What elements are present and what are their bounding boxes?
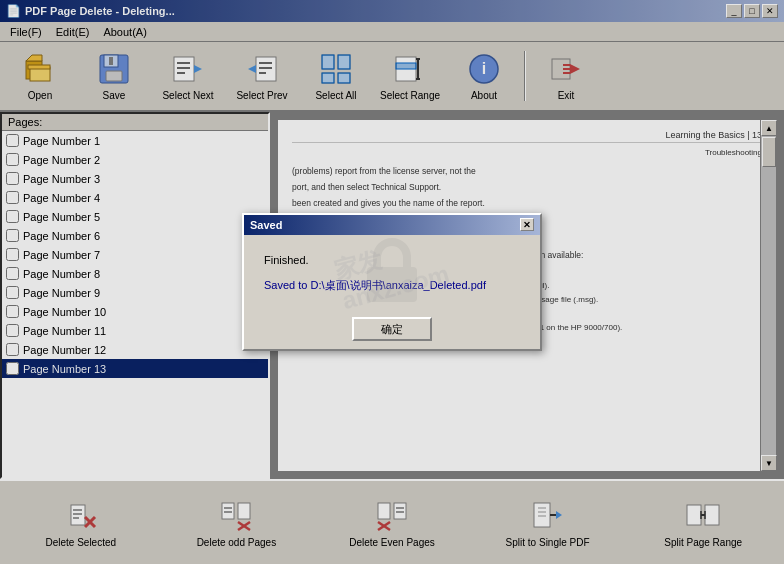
modal-message-line2: Saved to D:\桌面\说明书\anxaiza_Deleted.pdf	[264, 278, 520, 293]
modal-message-line1: Finished.	[264, 251, 520, 271]
watermark-container: 家发 anxz.com	[244, 235, 540, 310]
modal-title: Saved	[250, 219, 282, 231]
modal-title-bar: Saved ✕	[244, 215, 540, 235]
saved-dialog: Saved ✕ 家发 anxz.com Finished. Saved to D…	[242, 213, 542, 352]
modal-close-button[interactable]: ✕	[520, 218, 534, 231]
watermark: 家发 anxz.com	[331, 235, 453, 310]
modal-footer: 确定	[244, 309, 540, 349]
modal-body: 家发 anxz.com Finished. Saved to D:\桌面\说明书…	[244, 235, 540, 310]
modal-ok-button[interactable]: 确定	[352, 317, 432, 341]
modal-overlay: Saved ✕ 家发 anxz.com Finished. Saved to D…	[0, 0, 784, 564]
